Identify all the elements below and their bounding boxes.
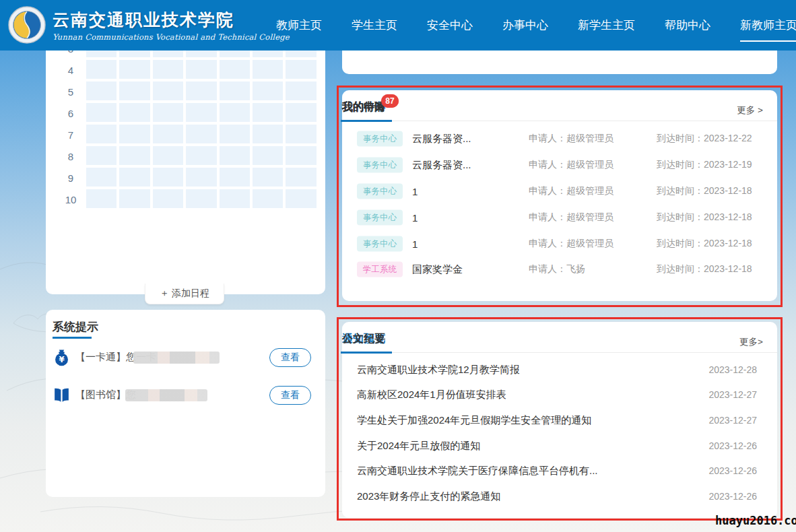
tip-row-ecard: ¥ 【一卡通】您一卡 查看 xyxy=(46,346,325,369)
notice-date: 2023-12-27 xyxy=(708,415,757,426)
add-event-button[interactable]: ＋ 添加日程 xyxy=(145,284,224,304)
todo-arrival-time: 到达时间：2023-12-22 xyxy=(657,133,752,145)
portal-page: { "header": { "college_name_zh": "云南交通职业… xyxy=(0,0,796,532)
college-name-zh: 云南交通职业技术学院 xyxy=(53,9,290,31)
todo-arrival-time: 到达时间：2023-12-18 xyxy=(657,263,752,275)
college-name-en: Yunnan Communications Vocational and Tec… xyxy=(53,32,290,42)
college-brand: 云南交通职业技术学院 Yunnan Communications Vocatio… xyxy=(53,9,290,42)
notice-title: 云南交通职业技术学院关于医疗保障信息平台停机有... xyxy=(357,465,598,477)
notice-date: 2023-12-27 xyxy=(708,389,757,400)
todo-row[interactable]: 事务中心 1 申请人：超级管理员 到达时间：2023-12-18 xyxy=(342,204,777,230)
todo-row[interactable]: 事务中心 云服务器资... 申请人：超级管理员 到达时间：2023-12-19 xyxy=(342,152,777,178)
nav-item-label: 安全中心 xyxy=(427,19,473,32)
todo-row[interactable]: 事务中心 云服务器资... 申请人：超级管理员 到达时间：2023-12-22 xyxy=(342,126,777,152)
notice-date: 2023-12-26 xyxy=(708,440,757,451)
count-badge: 87 xyxy=(381,94,399,108)
notice-title: 2023年财务停止支付的紧急通知 xyxy=(357,490,500,502)
notice-title: 云南交通职业技术学院12月教学简报 xyxy=(357,363,520,376)
title-underline xyxy=(53,337,92,339)
watermark-text: huayu2016.com xyxy=(715,514,796,527)
notice-date: 2023-12-28 xyxy=(708,364,757,375)
nav-item[interactable]: 新学生主页 xyxy=(576,13,636,37)
notice-row[interactable]: 2023年财务停止支付的紧急通知 2023-12-26 xyxy=(342,484,777,509)
todo-row[interactable]: 学工系统 国家奖学金 申请人：飞扬 到达时间：2023-12-18 xyxy=(342,257,777,283)
top-nav-bar: 云南交通职业技术学院 Yunnan Communications Vocatio… xyxy=(0,0,796,51)
redacted-text xyxy=(133,352,220,364)
slot-number: 5 xyxy=(62,81,79,103)
slot-number: 10 xyxy=(62,189,79,211)
view-button[interactable]: 查看 xyxy=(269,386,311,405)
slot-number: 9 xyxy=(62,168,79,189)
nav-item[interactable]: 办事中心 xyxy=(501,13,550,37)
source-tag: 事务中心 xyxy=(357,158,403,173)
nav-item[interactable]: 安全中心 xyxy=(426,13,474,37)
slot-number: 4 xyxy=(62,60,79,81)
notice-row[interactable]: 关于2024年元旦放假的通知 2023-12-26 xyxy=(342,433,777,459)
nav-item-label: 新教师主页 xyxy=(740,19,796,32)
notice-tab[interactable]: 公文纪要 xyxy=(342,332,385,353)
todo-applicant: 申请人：超级管理员 xyxy=(529,159,613,171)
source-tag: 事务中心 xyxy=(357,236,403,251)
slot-number: 7 xyxy=(62,125,79,146)
todo-title: 1 xyxy=(412,211,418,223)
notice-tabs: 通知预览 公文纪要 更多> xyxy=(342,330,777,353)
todo-row[interactable]: 事务中心 1 申请人：超级管理员 到达时间：2023-12-18 xyxy=(342,230,777,257)
nav-item[interactable]: 学生主页 xyxy=(350,13,399,37)
todo-arrival-time: 到达时间：2023-12-18 xyxy=(657,185,752,197)
notice-date: 2023-12-26 xyxy=(708,491,757,502)
todo-more-link[interactable]: 更多 > xyxy=(737,104,763,117)
notice-title: 关于2024年元旦放假的通知 xyxy=(357,439,480,452)
slot-number: 8 xyxy=(62,146,79,168)
source-tag: 事务中心 xyxy=(357,209,403,225)
todo-tabs: 我的待办 90 我的待阅 我的申请 87 更多 > xyxy=(342,98,777,121)
tip-row-library: 【图书馆】您 查看 xyxy=(46,384,325,407)
todo-row[interactable]: 事务中心 1 申请人：超级管理员 到达时间：2023-12-18 xyxy=(342,178,777,205)
notice-panel: 通知预览 公文纪要 更多> 云南交通职业技术学院12月教学简报 2023-12-… xyxy=(342,322,777,518)
view-button[interactable]: 查看 xyxy=(269,348,311,367)
notice-title: 学生处关于加强2024年元旦假期学生安全管理的通知 xyxy=(357,413,591,426)
todo-arrival-time: 到达时间：2023-12-18 xyxy=(657,238,752,250)
notice-rows: 云南交通职业技术学院12月教学简报 2023-12-28 高新校区2024年1月… xyxy=(342,357,777,509)
system-tips-title: 系统提示 xyxy=(53,319,98,335)
tab-label: 我的申请 xyxy=(342,100,385,114)
schedule-card: 3 4 5 6 7 8 9 10 xyxy=(46,37,325,294)
add-event-label: ＋ 添加日程 xyxy=(160,288,209,300)
nav-item[interactable]: 新教师主页 xyxy=(739,13,796,37)
nav-item[interactable]: 帮助中心 xyxy=(663,13,712,37)
schedule-slot-numbers: 3 4 5 6 7 8 9 10 xyxy=(62,38,79,211)
todo-applicant: 申请人：超级管理员 xyxy=(529,211,613,224)
todo-title: 云服务器资... xyxy=(412,159,471,172)
notice-more-link[interactable]: 更多> xyxy=(739,336,763,348)
schedule-grid[interactable] xyxy=(86,38,319,208)
notice-row[interactable]: 云南交通职业技术学院12月教学简报 2023-12-28 xyxy=(342,357,777,383)
notice-date: 2023-12-26 xyxy=(708,465,757,476)
book-icon xyxy=(53,386,71,404)
nav-item-label: 教师主页 xyxy=(276,19,322,32)
nav-item-label: 新学生主页 xyxy=(578,19,635,32)
todo-title: 云服务器资... xyxy=(412,133,471,145)
todo-applicant: 申请人：超级管理员 xyxy=(529,185,613,197)
system-tips-card: 系统提示 ¥ 【一卡通】您一卡 查看 【图书馆】您 查看 xyxy=(46,310,325,497)
main-nav: 教师主页 学生主页 安全中心 办事中心 新学生主页 帮助中心 新教师主页 xyxy=(275,0,796,51)
todo-title: 1 xyxy=(412,238,418,249)
nav-item-label: 办事中心 xyxy=(502,19,548,32)
notice-row[interactable]: 云南交通职业技术学院关于医疗保障信息平台停机有... 2023-12-26 xyxy=(342,458,777,484)
todo-arrival-time: 到达时间：2023-12-19 xyxy=(657,159,752,171)
nav-item[interactable]: 教师主页 xyxy=(275,13,323,37)
todo-applicant: 申请人：超级管理员 xyxy=(529,238,613,250)
money-bag-icon: ¥ xyxy=(53,348,71,366)
todo-title: 1 xyxy=(412,185,418,197)
notice-row[interactable]: 学生处关于加强2024年元旦假期学生安全管理的通知 2023-12-27 xyxy=(342,407,777,433)
todo-arrival-time: 到达时间：2023-12-18 xyxy=(657,211,752,224)
todo-applicant: 申请人：超级管理员 xyxy=(529,133,613,145)
tab-label: 公文纪要 xyxy=(342,332,385,346)
source-tag: 事务中心 xyxy=(357,183,403,199)
notice-row[interactable]: 高新校区2024年1月份值班安排表 2023-12-27 xyxy=(342,383,777,408)
todo-title: 国家奖学金 xyxy=(412,263,463,276)
slot-number: 6 xyxy=(62,103,79,125)
todo-rows: 事务中心 云服务器资... 申请人：超级管理员 到达时间：2023-12-22 … xyxy=(342,126,777,283)
todo-tab[interactable]: 我的申请 87 xyxy=(342,100,385,121)
todo-applicant: 申请人：飞扬 xyxy=(529,263,585,275)
source-tag: 学工系统 xyxy=(357,262,403,277)
nav-item-label: 学生主页 xyxy=(352,19,397,32)
